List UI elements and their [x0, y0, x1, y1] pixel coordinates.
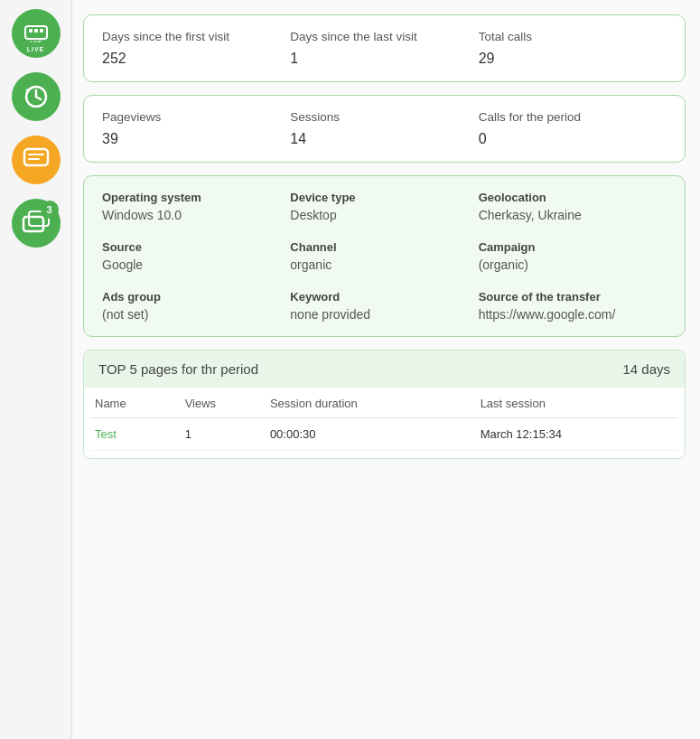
channel-value: organic [290, 257, 471, 272]
sessions-cell: Sessions 14 [290, 110, 478, 147]
sessions-value: 14 [290, 131, 478, 147]
pageviews-cell: Pageviews 39 [102, 110, 290, 147]
info-row-3: Ads group (not set) Keyword none provide… [102, 290, 667, 322]
geo-value: Cherkasy, Ukraine [479, 208, 659, 222]
visits-stats-row: Days since the first visit 252 Days sinc… [102, 30, 667, 67]
top5-days: 14 days [622, 361, 670, 377]
chat-icon[interactable] [12, 136, 61, 184]
col-session-duration: Session duration [270, 388, 481, 418]
row-views: 1 [185, 418, 270, 451]
top5-table-header-row: Name Views Session duration Last session [91, 388, 677, 418]
calls-period-label: Calls for the period [479, 110, 667, 124]
transfer-source-label: Source of the transfer [479, 290, 659, 304]
col-name: Name [91, 388, 185, 418]
row-last-session: March 12:15:34 [481, 418, 677, 451]
sidebar: LIVE LIVE 3 [0, 0, 72, 739]
geo-label: Geolocation [479, 191, 659, 204]
campaign-block: Campaign (organic) [479, 240, 667, 272]
ads-group-label: Ads group [102, 290, 283, 304]
calls-period-cell: Calls for the period 0 [479, 110, 667, 147]
keyword-value: none provided [290, 307, 471, 322]
keyword-label: Keyword [290, 290, 471, 304]
os-label: Operating system [102, 191, 283, 204]
device-value: Desktop [290, 208, 471, 222]
top5-table: Name Views Session duration Last session… [91, 388, 677, 451]
info-row-2: Source Google Channel organic Campaign (… [102, 240, 667, 272]
messages-badge: 3 [41, 201, 59, 219]
days-since-last-visit-label: Days since the last visit [290, 30, 478, 43]
svg-rect-3 [40, 29, 43, 33]
top5-header: TOP 5 pages for thr period 14 days [84, 351, 685, 388]
live-icon[interactable]: LIVE LIVE [12, 9, 61, 58]
total-calls-value: 29 [479, 51, 667, 67]
messages-icon[interactable]: 3 [12, 199, 61, 248]
calls-period-value: 0 [479, 131, 667, 147]
history-icon[interactable] [12, 72, 61, 121]
svg-text:LIVE: LIVE [30, 40, 42, 42]
campaign-value: (organic) [479, 257, 659, 272]
device-block: Device type Desktop [290, 191, 478, 222]
days-since-last-visit-cell: Days since the last visit 1 [290, 30, 478, 67]
svg-rect-10 [23, 217, 43, 231]
source-label: Source [102, 240, 283, 254]
top5-title: TOP 5 pages for thr period [98, 361, 258, 377]
row-session-duration: 00:00:30 [270, 418, 481, 451]
campaign-label: Campaign [479, 240, 659, 254]
sessions-label: Sessions [290, 110, 478, 124]
days-since-first-visit-cell: Days since the first visit 252 [102, 30, 290, 67]
visits-stats-card: Days since the first visit 252 Days sinc… [83, 14, 686, 82]
pageviews-label: Pageviews [102, 110, 290, 124]
os-value: Windows 10.0 [102, 208, 283, 222]
table-row: Test 1 00:00:30 March 12:15:34 [91, 418, 677, 451]
days-since-last-visit-value: 1 [290, 51, 478, 67]
ads-group-block: Ads group (not set) [102, 290, 290, 322]
main-content: Days since the first visit 252 Days sinc… [72, 0, 700, 739]
svg-rect-7 [24, 149, 48, 165]
info-card: Operating system Windows 10.0 Device typ… [83, 175, 686, 337]
source-block: Source Google [102, 240, 290, 272]
source-value: Google [102, 257, 283, 272]
pageviews-value: 39 [102, 131, 290, 147]
days-since-first-visit-label: Days since the first visit [102, 30, 290, 43]
total-calls-cell: Total calls 29 [479, 30, 667, 67]
pageviews-stats-row: Pageviews 39 Sessions 14 Calls for the p… [102, 110, 667, 147]
channel-block: Channel organic [290, 240, 478, 272]
os-block: Operating system Windows 10.0 [102, 191, 290, 222]
total-calls-label: Total calls [479, 30, 667, 43]
geo-block: Geolocation Cherkasy, Ukraine [479, 191, 667, 222]
transfer-source-value: https://www.google.com/ [479, 307, 659, 322]
svg-rect-1 [29, 29, 33, 33]
pageviews-stats-card: Pageviews 39 Sessions 14 Calls for the p… [83, 95, 686, 163]
days-since-first-visit-value: 252 [102, 51, 290, 67]
transfer-source-block: Source of the transfer https://www.googl… [479, 290, 667, 322]
top5-section: TOP 5 pages for thr period 14 days Name … [83, 350, 686, 459]
row-name: Test [91, 418, 185, 451]
col-last-session: Last session [481, 388, 677, 418]
ads-group-value: (not set) [102, 307, 283, 322]
keyword-block: Keyword none provided [290, 290, 478, 322]
info-row-1: Operating system Windows 10.0 Device typ… [102, 191, 667, 222]
device-label: Device type [290, 191, 471, 204]
svg-rect-2 [34, 29, 38, 33]
col-views: Views [185, 388, 270, 418]
channel-label: Channel [290, 240, 471, 254]
